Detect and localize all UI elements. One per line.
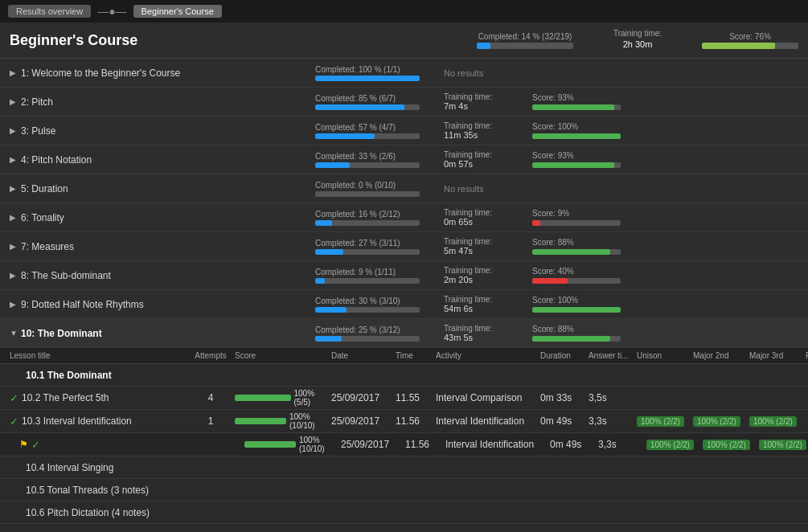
major2-value: 100% (2/2) — [703, 440, 750, 450]
time-block: Training time: 43m 5s — [444, 324, 516, 342]
score-bar-bg — [532, 220, 621, 226]
lesson-activity: Interval Comparison — [436, 392, 540, 403]
row-stats: Completed: 16 % (2/12) Training time: 0m… — [315, 208, 798, 227]
check-green-icon: ✓ — [10, 415, 18, 428]
time-label: Training time: — [444, 121, 516, 130]
score-label: Score: 40% — [532, 267, 629, 276]
row-expand-arrow[interactable]: ▶ — [10, 97, 21, 106]
score-text: 100% (10/10) — [299, 436, 338, 453]
score-block: Score: 100% — [532, 122, 629, 139]
time-value: 7m 4s — [444, 101, 516, 111]
completion-bar-bg — [315, 249, 420, 255]
time-label: Training time: — [444, 150, 516, 159]
row-title: 1: Welcome to the Beginner's Course — [21, 68, 180, 79]
completion-block: Completed: 9 % (1/11) — [315, 268, 428, 284]
time-value: 0m 65s — [444, 217, 516, 227]
completion-bar-fill — [315, 307, 347, 313]
row-expand-arrow[interactable]: ▶ — [10, 184, 21, 193]
course-row-9[interactable]: ▶ 9: Dotted Half Note Rhythms Completed:… — [0, 290, 808, 319]
lesson-row-10.5[interactable]: 10.5 Tonal Threads (3 notes) — [0, 479, 808, 501]
lesson-title-cell: 10.1 The Dominant — [10, 370, 187, 381]
main-content: ▶ 1: Welcome to the Beginner's Course Co… — [0, 59, 808, 526]
row-left: ▶ 3: Pulse — [10, 125, 315, 137]
major3-value: 100% (2/2) — [759, 440, 806, 450]
lesson-title: 10.5 Tonal Threads (3 notes) — [26, 485, 149, 496]
row-expand-arrow[interactable]: ▶ — [10, 271, 21, 280]
course-row-7[interactable]: ▶ 7: Measures Completed: 27 % (3/11) Tra… — [0, 232, 808, 261]
lesson-title: 10.6 Pitch Dictation (4 notes) — [26, 507, 150, 518]
completion-bar-bg — [315, 162, 420, 168]
lesson-answer-time: 3,3s — [598, 439, 646, 450]
row-left: ▶ 6: Tonality — [10, 212, 315, 223]
mini-bar-fill — [235, 418, 286, 424]
time-value: 54m 6s — [444, 304, 516, 313]
completion-bar-fill — [315, 278, 325, 284]
course-row-8[interactable]: ▶ 8: The Sub-dominant Completed: 9 % (1/… — [0, 261, 808, 290]
score-bar-fill — [532, 133, 621, 139]
row-expand-arrow[interactable]: ▶ — [10, 126, 21, 135]
row-title: 6: Tonality — [21, 212, 64, 223]
course-row-4[interactable]: ▶ 4: Pitch Notation Completed: 33 % (2/6… — [0, 145, 808, 174]
col-header-date: Date — [331, 351, 396, 360]
lesson-row-10.3b[interactable]: ⚑ ✓ 100% (10/10) 25/09/2017 11.56 Interv… — [0, 433, 808, 456]
lesson-title-cell: ✓ 10.2 The Perfect 5th — [10, 392, 187, 404]
course-row-1[interactable]: ▶ 1: Welcome to the Beginner's Course Co… — [0, 59, 808, 88]
cell-score: 100% (5/5) — [235, 389, 331, 407]
lesson-row-10.2[interactable]: ✓ 10.2 The Perfect 5th 4 100% (5/5) 25/0… — [0, 387, 808, 410]
row-left: ▶ 4: Pitch Notation — [10, 154, 315, 166]
row-stats: Completed: 33 % (2/6) Training time: 0m … — [315, 150, 798, 169]
results-overview-button[interactable]: Results overview — [8, 5, 91, 18]
completion-label: Completed: 27 % (3/11) — [315, 239, 428, 248]
course-row-2[interactable]: ▶ 2: Pitch Completed: 85 % (6/7) Trainin… — [0, 88, 808, 117]
current-page-label: Beginner's Course — [133, 5, 222, 18]
row-expand-arrow[interactable]: ▶ — [10, 155, 21, 164]
lesson-score: 100% (10/10) — [235, 412, 331, 430]
score-bar-fill — [532, 220, 540, 226]
time-block: Training time: 11m 35s — [444, 121, 516, 140]
course-row-6[interactable]: ▶ 6: Tonality Completed: 16 % (2/12) Tra… — [0, 203, 808, 232]
lesson-title: 10.2 The Perfect 5th — [22, 392, 109, 403]
col-header-attempts: Attempts — [187, 351, 235, 360]
lesson-time: 11.55 — [396, 392, 436, 403]
completion-bar-bg — [315, 336, 420, 342]
score-block: Score: 93% — [532, 151, 629, 168]
lesson-row-10.1[interactable]: 10.1 The Dominant — [0, 364, 808, 387]
row-title: 4: Pitch Notation — [21, 154, 92, 166]
lesson-answer-time: 3,5s — [589, 392, 637, 403]
lesson-duration: 0m 49s — [550, 439, 598, 450]
lesson-title-cell: 10.4 Interval Singing — [10, 462, 187, 473]
row-expand-arrow[interactable]: ▶ — [10, 242, 21, 251]
course-row-3[interactable]: ▶ 3: Pulse Completed: 57 % (4/7) Trainin… — [0, 117, 808, 145]
col-header-unison: Unison — [637, 351, 693, 360]
course-row-10[interactable]: ▼ 10: The Dominant Completed: 25 % (3/12… — [0, 319, 808, 348]
lesson-title: 10.4 Interval Singing — [26, 462, 113, 473]
lesson-title-cell: 10.6 Pitch Dictation (4 notes) — [10, 507, 187, 518]
flag-icon: ⚑ — [19, 439, 28, 450]
completion-block: Completed: 85 % (6/7) — [315, 94, 428, 110]
score-label: Score: 9% — [532, 209, 629, 218]
lesson-row-10.7[interactable]: 10.7 Pitch Dictation (5 notes) — [0, 524, 808, 526]
lesson-row-10.3[interactable]: ✓ 10.3 Interval Identification 1 100% (1… — [0, 410, 808, 433]
completed-bar-bg — [477, 43, 573, 49]
score-block: Score: 88% — [532, 325, 629, 342]
completion-label: Completed: 16 % (2/12) — [315, 210, 428, 219]
lesson-title: 10.1 The Dominant — [26, 370, 112, 381]
score-label: Score: 88% — [532, 325, 629, 334]
time-block: Training time: 7m 4s — [444, 92, 516, 111]
completed-label: Completed: 14 % (32/219) — [478, 32, 572, 41]
lesson-time: 11.56 — [405, 439, 445, 450]
row-stats: Completed: 0 % (0/10) No results — [315, 181, 798, 197]
time-label: Training time: — [444, 92, 516, 101]
course-row-5[interactable]: ▶ 5: Duration Completed: 0 % (0/10) No r… — [0, 174, 808, 203]
lesson-row-10.6[interactable]: 10.6 Pitch Dictation (4 notes) — [0, 501, 808, 524]
time-block: Training time: 0m 57s — [444, 150, 516, 169]
row-expand-arrow[interactable]: ▼ — [10, 329, 21, 338]
row-stats: Completed: 85 % (6/7) Training time: 7m … — [315, 92, 798, 111]
time-value: 2m 20s — [444, 275, 516, 284]
row-expand-arrow[interactable]: ▶ — [10, 300, 21, 309]
completion-label: Completed: 85 % (6/7) — [315, 94, 428, 103]
lesson-row-10.4[interactable]: 10.4 Interval Singing — [0, 456, 808, 479]
mini-bar-bg — [244, 441, 296, 448]
row-expand-arrow[interactable]: ▶ — [10, 68, 21, 77]
row-expand-arrow[interactable]: ▶ — [10, 213, 21, 222]
